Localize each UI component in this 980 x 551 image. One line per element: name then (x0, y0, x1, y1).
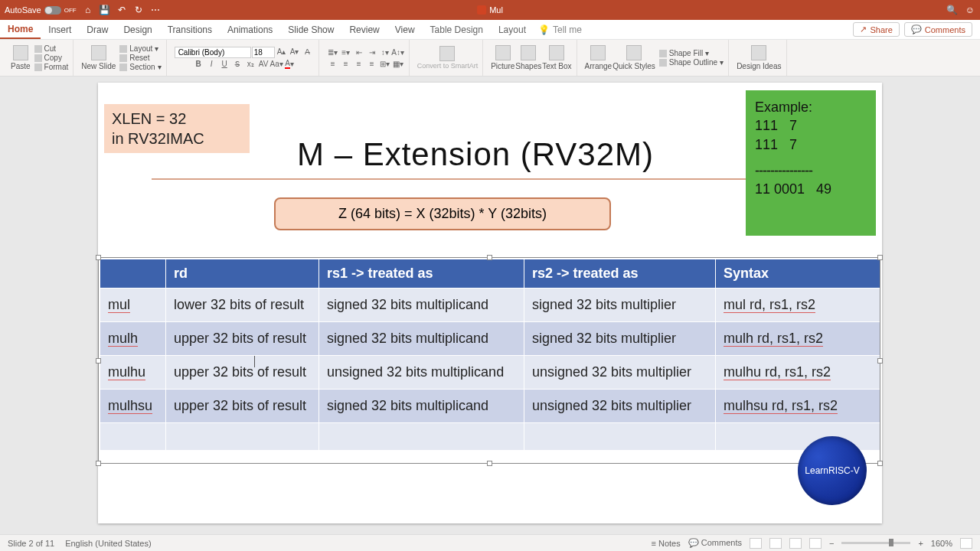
cut-button[interactable]: Cut (34, 44, 69, 53)
text-cursor-icon (254, 356, 255, 367)
zoom-out-button[interactable]: − (829, 539, 834, 548)
notes-button[interactable]: ≡ Notes (652, 539, 681, 548)
numbering-button[interactable]: ≡▾ (340, 47, 352, 57)
font-size-select[interactable] (252, 47, 275, 58)
shape-fill-button[interactable]: Shape Fill ▾ (659, 49, 724, 57)
smartart-button[interactable]: Convert to SmartArt (417, 46, 479, 70)
share-button[interactable]: ↗Share (853, 22, 899, 37)
handle-icon[interactable] (487, 255, 492, 260)
slide-canvas[interactable]: XLEN = 32 in RV32IMAC M – Extension (RV3… (98, 83, 882, 523)
example-box[interactable]: Example: 111 7 111 7 --------------- 11 … (746, 90, 876, 236)
more-icon[interactable]: ⋯ (150, 5, 161, 15)
handle-icon[interactable] (487, 461, 492, 466)
tab-table-design[interactable]: Table Design (423, 20, 491, 39)
search-icon[interactable]: 🔍 (946, 5, 957, 15)
design-ideas-button[interactable]: Design Ideas (737, 45, 781, 70)
arrange-button[interactable]: Arrange (585, 45, 612, 70)
section-icon (119, 64, 127, 71)
justify-button[interactable]: ≡ (366, 58, 378, 69)
zoom-slider[interactable] (841, 542, 910, 544)
zoom-level[interactable]: 160% (931, 539, 952, 548)
highlight-button[interactable]: AV (257, 59, 270, 70)
font-name-select[interactable] (175, 47, 251, 58)
align-left-button[interactable]: ≡ (327, 58, 339, 69)
handle-icon[interactable] (96, 358, 101, 364)
increase-font-button[interactable]: A▴ (276, 47, 288, 57)
undo-icon[interactable]: ↶ (116, 5, 127, 15)
account-icon[interactable]: ☺ (965, 5, 975, 15)
tab-review[interactable]: Review (341, 20, 387, 39)
copy-button[interactable]: Copy (34, 54, 69, 62)
language-indicator[interactable]: English (United States) (65, 539, 152, 548)
format-painter-button[interactable]: Format (34, 63, 69, 71)
align-text-button[interactable]: ▦▾ (392, 58, 404, 69)
formula-box[interactable]: Z (64 bits) = X (32bits) * Y (32bits) (274, 197, 611, 230)
handle-icon[interactable] (877, 358, 883, 364)
tab-draw[interactable]: Draw (79, 20, 116, 39)
autosave-toggle[interactable]: AutoSave OFF (5, 5, 77, 15)
textbox-button[interactable]: Text Box (542, 45, 571, 70)
comments-button[interactable]: 💬Comments (904, 22, 972, 37)
reading-view-button[interactable] (789, 538, 802, 549)
slideshow-view-button[interactable] (809, 538, 822, 549)
learnriscv-badge[interactable]: LearnRISC-V (798, 436, 867, 505)
tab-view[interactable]: View (387, 20, 423, 39)
bold-button[interactable]: B (192, 59, 204, 70)
comments-label: Comments (925, 25, 965, 34)
decrease-font-button[interactable]: A▾ (289, 47, 301, 57)
handle-icon[interactable] (96, 255, 101, 260)
slide-workspace[interactable]: XLEN = 32 in RV32IMAC M – Extension (RV3… (0, 77, 980, 534)
text-dir-button[interactable]: A↕▾ (392, 47, 404, 57)
shapes-button[interactable]: Shapes (515, 45, 541, 70)
font-color-button[interactable]: A▾ (283, 59, 296, 70)
align-right-button[interactable]: ≡ (353, 58, 365, 69)
case-button[interactable]: Aa▾ (270, 59, 283, 70)
tab-home[interactable]: Home (0, 20, 41, 39)
tab-insert[interactable]: Insert (41, 20, 79, 39)
save-icon[interactable]: 💾 (100, 5, 110, 15)
paste-button[interactable]: Paste (11, 45, 31, 70)
normal-view-button[interactable] (750, 538, 762, 549)
bullets-button[interactable]: ≣▾ (327, 47, 339, 57)
underline-button[interactable]: U (218, 59, 230, 70)
align-center-button[interactable]: ≡ (340, 58, 352, 69)
clear-format-button[interactable]: A̶ (302, 47, 314, 57)
new-slide-button[interactable]: New Slide (81, 45, 116, 70)
subscript-button[interactable]: x₂ (244, 59, 256, 70)
slider-thumb-icon[interactable] (889, 539, 893, 546)
italic-button[interactable]: I (205, 59, 217, 70)
xlen-note-l1: XLEN = 32 (112, 109, 242, 129)
columns-button[interactable]: ⊞▾ (379, 58, 391, 69)
indent-dec-button[interactable]: ⇤ (353, 47, 365, 57)
home-icon[interactable]: ⌂ (83, 5, 93, 15)
zoom-in-button[interactable]: + (918, 539, 923, 548)
tab-design[interactable]: Design (116, 20, 159, 39)
line-spacing-button[interactable]: ↕▾ (379, 47, 391, 57)
format-icon (34, 64, 42, 71)
sorter-view-button[interactable] (769, 538, 782, 549)
comments-pane-button[interactable]: 💬 Comments (688, 538, 742, 548)
tell-me[interactable]: 💡 Tell me (538, 24, 582, 35)
handle-icon[interactable] (877, 255, 883, 260)
format-label: Format (44, 63, 69, 71)
example-line1: 111 7 (755, 116, 867, 135)
reset-button[interactable]: Reset (119, 54, 161, 62)
tab-animations[interactable]: Animations (220, 20, 280, 39)
handle-icon[interactable] (96, 461, 101, 466)
xlen-note[interactable]: XLEN = 32 in RV32IMAC (104, 104, 250, 153)
title-underline (152, 178, 795, 180)
handle-icon[interactable] (877, 461, 883, 466)
tab-layout[interactable]: Layout (491, 20, 534, 39)
tab-transitions[interactable]: Transitions (160, 20, 220, 39)
fit-window-button[interactable] (960, 538, 972, 549)
redo-icon[interactable]: ↻ (133, 5, 144, 15)
picture-button[interactable]: Picture (491, 45, 514, 70)
tab-slideshow[interactable]: Slide Show (280, 20, 341, 39)
layout-button[interactable]: Layout ▾ (119, 44, 161, 53)
quickstyles-button[interactable]: Quick Styles (612, 45, 655, 70)
slide-title[interactable]: M – Extension (RV32M) (297, 136, 654, 173)
section-button[interactable]: Section ▾ (119, 63, 161, 71)
indent-inc-button[interactable]: ⇥ (366, 47, 378, 57)
shape-outline-button[interactable]: Shape Outline ▾ (659, 58, 724, 67)
strike-button[interactable]: S̶ (231, 59, 243, 70)
